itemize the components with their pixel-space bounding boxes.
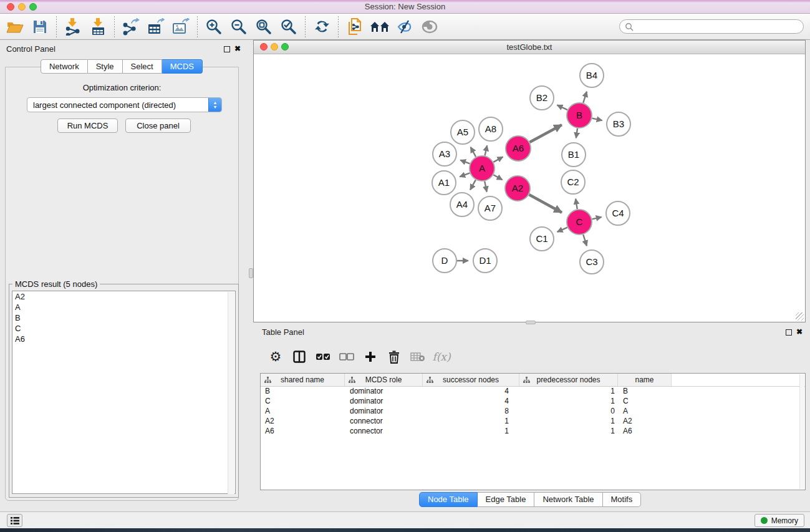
table-cell[interactable]: 4 xyxy=(423,397,519,407)
float-panel-icon[interactable] xyxy=(786,329,792,336)
table-cell[interactable]: A xyxy=(261,407,345,417)
table-cell[interactable]: 1 xyxy=(519,427,618,437)
search-input[interactable] xyxy=(634,22,798,31)
add-column-button[interactable] xyxy=(360,346,381,367)
graph-edge-A-A1[interactable] xyxy=(460,173,470,177)
table-cell[interactable]: 1 xyxy=(519,397,618,407)
table-cell[interactable]: connector xyxy=(345,417,423,427)
search-box[interactable] xyxy=(619,19,804,34)
import-table-button[interactable] xyxy=(85,16,110,38)
table-settings-button[interactable]: ⚙ xyxy=(265,346,286,367)
tab-network-table[interactable]: Network Table xyxy=(534,492,602,507)
graph-edge-A6-B[interactable] xyxy=(529,125,561,142)
table-cell[interactable]: C xyxy=(618,397,672,407)
graph-edge-B-B1[interactable] xyxy=(576,128,577,138)
table-cell[interactable]: B xyxy=(261,387,345,397)
table-cell[interactable]: B xyxy=(618,387,672,397)
column-view-button[interactable] xyxy=(289,346,310,367)
table-cell[interactable]: 4 xyxy=(423,387,519,397)
table-row[interactable]: Cdominator41C xyxy=(261,397,805,407)
table-cell[interactable]: C xyxy=(261,397,345,407)
delete-table-button[interactable] xyxy=(407,346,428,367)
mcds-result-item[interactable]: A2 xyxy=(12,291,235,302)
table-row[interactable]: Adominator80A xyxy=(261,407,805,417)
table-cell[interactable]: 1 xyxy=(423,427,519,437)
tab-network[interactable]: Network xyxy=(41,59,88,74)
window-resize-grip[interactable] xyxy=(796,312,804,321)
splitter-grip-vertical[interactable] xyxy=(249,268,253,278)
graph-edge-A-A6[interactable] xyxy=(493,157,503,162)
network-window-titlebar[interactable]: testGlobe.txt xyxy=(254,41,805,54)
column-header-successor-nodes[interactable]: successor nodes xyxy=(423,374,519,386)
zoom-selected-button[interactable] xyxy=(276,16,301,38)
table-cell[interactable]: 1 xyxy=(423,417,519,427)
graph-edge-C-C1[interactable] xyxy=(557,228,567,232)
close-panel-icon[interactable]: ✖ xyxy=(234,46,241,52)
table-cell[interactable]: connector xyxy=(345,427,423,437)
select-all-button[interactable] xyxy=(312,346,334,367)
table-row[interactable]: A2connector11A2 xyxy=(261,417,805,427)
graph-edge-B-B3[interactable] xyxy=(592,118,602,121)
tab-node-table[interactable]: Node Table xyxy=(419,492,478,507)
table-cell[interactable]: 0 xyxy=(519,407,618,417)
tab-style[interactable]: Style xyxy=(88,59,123,74)
run-mcds-button[interactable]: Run MCDS xyxy=(57,118,118,133)
mcds-result-list[interactable]: A2ABCA6 xyxy=(12,291,236,494)
refresh-button[interactable] xyxy=(309,16,334,38)
table-cell[interactable]: 8 xyxy=(423,407,519,417)
column-header-mcds-role[interactable]: MCDS role xyxy=(345,374,423,386)
graph-edge-A2-C[interactable] xyxy=(529,195,561,213)
graph-edge-B-B4[interactable] xyxy=(583,92,587,103)
graph-edge-A-A7[interactable] xyxy=(485,181,486,192)
table-cell[interactable]: A6 xyxy=(261,427,345,437)
tab-select[interactable]: Select xyxy=(123,59,162,74)
graph-edge-C-C2[interactable] xyxy=(576,199,577,210)
scrollbar-track[interactable] xyxy=(228,292,234,494)
clone-network-button[interactable] xyxy=(342,16,367,38)
export-network-button[interactable] xyxy=(118,16,143,38)
home-layout-button[interactable] xyxy=(367,16,392,38)
graph-edge-A-A2[interactable] xyxy=(493,175,502,180)
close-panel-icon[interactable]: ✖ xyxy=(796,329,803,335)
table-cell[interactable]: A2 xyxy=(261,417,345,427)
close-panel-button[interactable]: Close panel xyxy=(125,118,191,133)
export-table-button[interactable] xyxy=(143,16,168,38)
memory-button[interactable]: Memory xyxy=(755,514,804,527)
table-cell[interactable]: 1 xyxy=(519,387,618,397)
mcds-result-item[interactable]: A xyxy=(12,302,235,312)
column-header-name[interactable]: name xyxy=(618,374,672,386)
open-session-button[interactable] xyxy=(2,16,27,38)
table-cell[interactable]: A2 xyxy=(618,417,672,427)
graph-edge-A-A3[interactable] xyxy=(460,160,470,164)
graph-edge-A-A5[interactable] xyxy=(471,147,476,157)
tab-mcds[interactable]: MCDS xyxy=(162,59,203,74)
save-session-button[interactable] xyxy=(27,16,52,38)
graph-edge-A-A8[interactable] xyxy=(485,145,488,155)
tab-motifs[interactable]: Motifs xyxy=(603,492,642,507)
scrollbar-track[interactable] xyxy=(799,374,804,489)
column-header-shared-name[interactable]: shared name xyxy=(261,374,345,386)
table-cell[interactable]: dominator xyxy=(345,397,423,407)
table-cell[interactable]: dominator xyxy=(345,387,423,397)
delete-button[interactable] xyxy=(383,346,405,367)
float-panel-icon[interactable] xyxy=(224,46,230,52)
deselect-all-button[interactable] xyxy=(336,346,357,367)
zoom-in-button[interactable] xyxy=(201,16,226,38)
import-network-button[interactable] xyxy=(60,16,85,38)
graph-edge-B-B2[interactable] xyxy=(557,105,567,110)
task-history-button[interactable] xyxy=(7,514,22,527)
zoom-fit-button[interactable] xyxy=(251,16,276,38)
graph-edge-C-C3[interactable] xyxy=(583,235,587,246)
table-cell[interactable]: A6 xyxy=(618,427,672,437)
table-cell[interactable]: A xyxy=(618,407,672,417)
mcds-result-item[interactable]: B xyxy=(12,312,235,323)
splitter-grip-horizontal[interactable] xyxy=(526,321,536,324)
tab-edge-table[interactable]: Edge Table xyxy=(478,492,535,507)
function-builder-button[interactable]: f(x) xyxy=(431,346,452,367)
birds-eye-button[interactable] xyxy=(417,16,442,38)
export-image-button[interactable] xyxy=(168,16,193,38)
graph-edge-C-C4[interactable] xyxy=(592,217,601,219)
toggle-details-button[interactable] xyxy=(392,16,417,38)
criterion-dropdown[interactable]: largest connected component (directed) ▲… xyxy=(27,97,222,112)
column-header-predecessor-nodes[interactable]: predecessor nodes xyxy=(519,374,618,386)
